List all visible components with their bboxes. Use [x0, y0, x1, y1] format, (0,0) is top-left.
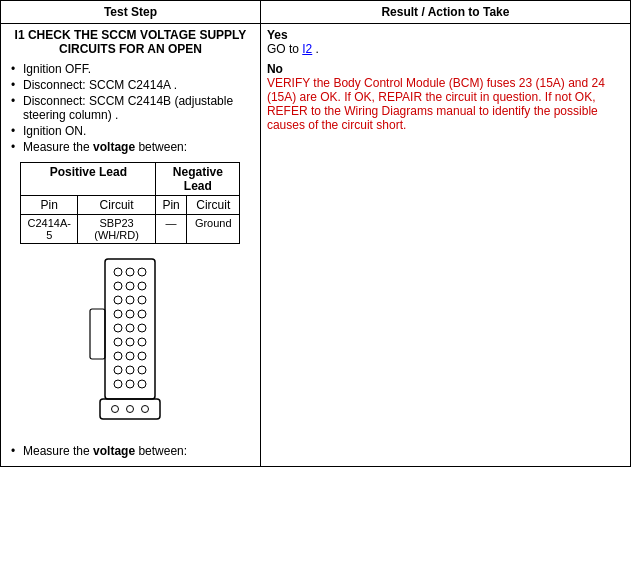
circuit-pos: SBP23 (WH/RD) — [77, 215, 155, 244]
bullet-item: Ignition OFF. — [11, 62, 254, 76]
positive-lead-header: Positive Lead — [21, 163, 156, 196]
svg-rect-0 — [105, 259, 155, 399]
yes-action-text: GO to — [267, 42, 302, 56]
svg-point-3 — [138, 268, 146, 276]
svg-point-14 — [126, 324, 134, 332]
svg-point-4 — [114, 282, 122, 290]
svg-point-24 — [138, 366, 146, 374]
svg-point-27 — [138, 380, 146, 388]
col-pin-neg: Pin — [156, 196, 187, 215]
svg-point-12 — [138, 310, 146, 318]
svg-point-23 — [126, 366, 134, 374]
svg-point-1 — [114, 268, 122, 276]
svg-point-30 — [112, 406, 119, 413]
svg-point-8 — [126, 296, 134, 304]
bullet-item: Disconnect: SCCM C2414A . — [11, 78, 254, 92]
svg-point-22 — [114, 366, 122, 374]
svg-point-5 — [126, 282, 134, 290]
table-row: C2414A-5 SBP23 (WH/RD) — Ground — [21, 215, 240, 244]
bullet-item: Disconnect: SCCM C2414B (adjustable stee… — [11, 94, 254, 122]
step-cell: I1 CHECK THE SCCM VOLTAGE SUPPLY CIRCUIT… — [1, 24, 261, 467]
svg-point-15 — [138, 324, 146, 332]
pin-neg: — — [156, 215, 187, 244]
bottom-bullet-item: Measure the voltage between: — [11, 444, 254, 458]
svg-point-10 — [114, 310, 122, 318]
circuit-neg: Ground — [187, 215, 240, 244]
yes-link[interactable]: I2 — [302, 42, 312, 56]
col-header-result: Result / Action to Take — [260, 1, 630, 24]
svg-point-26 — [126, 380, 134, 388]
svg-point-11 — [126, 310, 134, 318]
pin-pos: C2414A-5 — [21, 215, 77, 244]
result-no: No VERIFY the Body Control Module (BCM) … — [267, 62, 624, 132]
svg-point-21 — [138, 352, 146, 360]
bottom-bullet-list: Measure the voltage between: — [7, 444, 254, 458]
svg-point-7 — [114, 296, 122, 304]
svg-point-31 — [127, 406, 134, 413]
svg-point-2 — [126, 268, 134, 276]
result-yes: Yes GO to I2 . — [267, 28, 624, 56]
svg-point-9 — [138, 296, 146, 304]
no-action-text: VERIFY the Body Control Module (BCM) fus… — [267, 76, 605, 132]
bullet-list: Ignition OFF. Disconnect: SCCM C2414A . … — [7, 62, 254, 154]
svg-point-20 — [126, 352, 134, 360]
svg-point-19 — [114, 352, 122, 360]
svg-point-32 — [142, 406, 149, 413]
bullet-item: Ignition ON. — [11, 124, 254, 138]
col-circuit-neg: Circuit — [187, 196, 240, 215]
svg-point-16 — [114, 338, 122, 346]
negative-lead-header: Negative Lead — [156, 163, 240, 196]
col-header-step: Test Step — [1, 1, 261, 24]
svg-point-18 — [138, 338, 146, 346]
bullet-item: Measure the voltage between: — [11, 140, 254, 154]
connector-diagram — [7, 254, 254, 434]
voltage-table: Positive Lead Negative Lead Pin Circuit … — [20, 162, 240, 244]
col-pin-pos: Pin — [21, 196, 77, 215]
step-title: I1 CHECK THE SCCM VOLTAGE SUPPLY CIRCUIT… — [7, 28, 254, 56]
yes-label: Yes — [267, 28, 288, 42]
svg-point-13 — [114, 324, 122, 332]
col-circuit-pos: Circuit — [77, 196, 155, 215]
svg-point-6 — [138, 282, 146, 290]
svg-point-17 — [126, 338, 134, 346]
no-label: No — [267, 62, 283, 76]
svg-rect-29 — [100, 399, 160, 419]
svg-rect-28 — [90, 309, 105, 359]
svg-point-25 — [114, 380, 122, 388]
result-cell: Yes GO to I2 . No VERIFY the Body Contro… — [260, 24, 630, 467]
